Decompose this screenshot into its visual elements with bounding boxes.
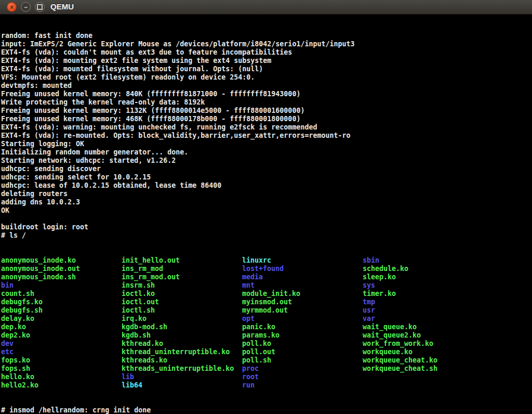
terminal-line: Freeing unused kernel memory: 468K (ffff… [1, 115, 532, 123]
terminal-line: EXT4-fs (vda): mounting ext2 file system… [1, 57, 532, 65]
ls-entry: sbin [363, 256, 483, 265]
ls-entry: bin [1, 281, 122, 290]
terminal-line: EXT4-fs (vda): warning: mounting uncheck… [1, 123, 532, 132]
ls-entry: fops.ko [1, 356, 122, 365]
terminal-line: udhcpc: sending discover [1, 165, 532, 173]
terminal-line: udhcpc: lease of 10.0.2.15 obtained, lea… [1, 182, 532, 190]
ls-entry: ins_rm_mod [122, 265, 242, 273]
titlebar: × − QEMU [0, 0, 532, 15]
ls-entry: kthread_uninterruptible.ko [122, 348, 242, 356]
ls-entry: workqueue_cheat.sh [363, 365, 483, 373]
ls-column: sbinschedule.kosleep.kosystimer.kotmpusr… [363, 256, 483, 390]
ls-entry: kthreads.ko [122, 356, 242, 365]
ls-entry: myrmmod.out [242, 306, 363, 315]
ls-entry: usr [363, 306, 483, 315]
ls-entry: run [242, 381, 363, 390]
ls-entry: delay.ko [1, 315, 122, 323]
ls-entry: count.sh [1, 290, 122, 298]
ls-entry: wait_queue2.ko [363, 331, 483, 340]
ls-entry: dep2.ko [1, 331, 122, 340]
terminal-line [1, 215, 532, 223]
ls-entry: schedule.ko [363, 265, 483, 273]
terminal-line: # ls / [1, 231, 532, 240]
terminal-line: adding dns 10.0.2.3 [1, 198, 532, 206]
ls-entry: wait_queue.ko [363, 323, 483, 331]
ls-entry: poll.out [242, 348, 363, 356]
ls-entry: kgdb.sh [122, 331, 242, 340]
ls-entry: debugfs.ko [1, 298, 122, 306]
terminal-line: Freeing unused kernel memory: 1132K (fff… [1, 107, 532, 115]
terminal-line: VFS: Mounted root (ext2 filesystem) read… [1, 73, 532, 82]
ls-entry: panic.ko [242, 323, 363, 331]
ls-entry: poll.sh [242, 356, 363, 365]
ls-entry: debugfs.sh [1, 306, 122, 315]
ls-entry: anonymous_inode.sh [1, 273, 122, 281]
ls-entry: proc [242, 365, 363, 373]
ls-entry: etc [1, 348, 122, 356]
ls-entry: ioctl.sh [122, 306, 242, 315]
close-button[interactable]: × [7, 2, 17, 12]
ls-entry: sleep.ko [363, 273, 483, 281]
terminal-line: devtmpfs: mounted [1, 82, 532, 90]
ls-entry: ins_rm_mod.out [122, 273, 242, 281]
ls-entry: lost+found [242, 265, 363, 273]
minimize-button[interactable]: − [21, 2, 31, 12]
ls-entry: var [363, 315, 483, 323]
terminal-line: OK [1, 206, 532, 215]
ls-entry: kthread.ko [122, 340, 242, 348]
ls-entry: root [242, 373, 363, 381]
ls-entry: ioctl.ko [122, 290, 242, 298]
terminal-line: # insmod /hellrandom: crng init done [1, 406, 532, 414]
close-icon: × [10, 4, 14, 11]
ls-entry: insrm.sh [122, 281, 242, 290]
ls-entry: mnt [242, 281, 363, 290]
terminal-screen[interactable]: random: fast init doneinput: ImExPS/2 Ge… [0, 15, 532, 414]
ls-output: anonymous_inode.koanonymous_inode.outano… [1, 256, 532, 390]
ls-entry: hello.ko [1, 373, 122, 381]
ls-entry: anonymous_inode.out [1, 265, 122, 273]
ls-entry: fops.sh [1, 365, 122, 373]
qemu-window: × − QEMU random: fast init doneinput: Im… [0, 0, 532, 414]
ls-entry: module_init.ko [242, 290, 363, 298]
ls-entry: timer.ko [363, 290, 483, 298]
shell-log: # insmod /hellrandom: crng init done# in… [1, 406, 532, 414]
ls-entry: media [242, 273, 363, 281]
terminal-line: deleting routers [1, 190, 532, 198]
ls-entry: workqueue.ko [363, 348, 483, 356]
ls-entry: tmp [363, 298, 483, 306]
ls-entry: kgdb-mod.sh [122, 323, 242, 331]
ls-entry: work_from_work.ko [363, 340, 483, 348]
ls-entry: lib64 [122, 381, 242, 390]
terminal-line: Starting logging: OK [1, 140, 532, 148]
terminal-line: Starting network: udhcpc: started, v1.26… [1, 157, 532, 165]
ls-entry: ioctl.out [122, 298, 242, 306]
terminal-line: udhcpc: sending select for 10.0.2.15 [1, 173, 532, 182]
ls-entry: sys [363, 281, 483, 290]
terminal-line: EXT4-fs (vda): mounted filesystem withou… [1, 65, 532, 73]
minimize-icon: − [24, 4, 28, 11]
ls-entry: params.ko [242, 331, 363, 340]
ls-entry: dev [1, 340, 122, 348]
ls-entry: kthreads_uninterruptible.ko [122, 365, 242, 373]
terminal-line: EXT4-fs (vda): couldn't mount as ext3 du… [1, 48, 532, 57]
ls-entry: workqueue_cheat.ko [363, 356, 483, 365]
terminal-line: Freeing unused kernel memory: 840K (ffff… [1, 90, 532, 98]
ls-entry: myinsmod.out [242, 298, 363, 306]
ls-column: linuxrclost+foundmediamntmodule_init.kom… [242, 256, 363, 390]
terminal-line: EXT4-fs (vda): re-mounted. Opts: block_v… [1, 132, 532, 140]
ls-column: anonymous_inode.koanonymous_inode.outano… [1, 256, 122, 390]
ls-entry: opt [242, 315, 363, 323]
terminal-line: input: ImExPS/2 Generic Explorer Mouse a… [1, 40, 532, 48]
ls-entry: irq.ko [122, 315, 242, 323]
ls-entry: init_hello.out [122, 256, 242, 265]
terminal-line: Initializing random number generator... … [1, 148, 532, 157]
ls-entry: hello2.ko [1, 381, 122, 390]
window-title: QEMU [50, 2, 74, 11]
boot-log: random: fast init doneinput: ImExPS/2 Ge… [1, 32, 532, 240]
maximize-button[interactable] [35, 2, 45, 12]
terminal-line: Write protecting the kernel read-only da… [1, 98, 532, 107]
ls-entry: poll.ko [242, 340, 363, 348]
maximize-icon [37, 4, 43, 10]
terminal-line: buildroot login: root [1, 223, 532, 231]
ls-entry: lib [122, 373, 242, 381]
